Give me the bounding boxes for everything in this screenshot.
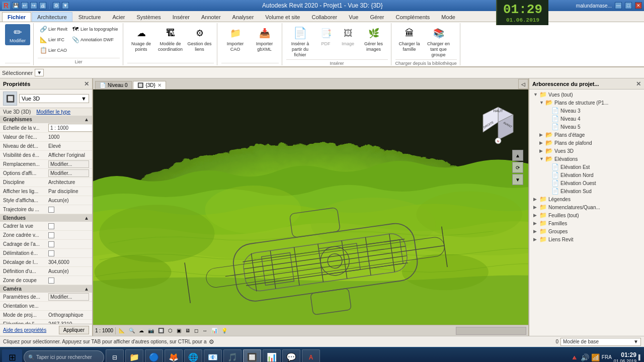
tree-vues-3d[interactable]: ▶ 📂 Vues 3D — [529, 147, 644, 155]
charger-groupe-btn[interactable]: 📚 Charger en tant que groupe — [425, 24, 453, 58]
image-btn[interactable]: 🖼 Image — [338, 24, 359, 48]
tab-inserer[interactable]: Insérer — [167, 12, 195, 22]
taskbar-revit[interactable]: 🔲 — [243, 349, 261, 363]
vs-btn-9[interactable]: ◻ — [193, 328, 199, 333]
minimize-btn[interactable]: — — [615, 2, 622, 9]
view-cube[interactable]: HAUT AVANT DROITE N — [478, 105, 518, 145]
section-graphismes[interactable]: Graphismes ▲ — [0, 116, 92, 123]
print-btn[interactable]: 🖨 — [39, 2, 46, 9]
dropdown-btn[interactable]: ▼ — [62, 2, 69, 9]
project-browser-close[interactable]: ✕ — [636, 80, 641, 87]
tab-vue[interactable]: Vue — [343, 12, 364, 22]
tree-plans-structure[interactable]: ▼ 📂 Plans de structure (P1... — [529, 99, 644, 107]
viewport-canvas[interactable]: HAUT AVANT DROITE N ▲ ⟳ ▼ — [93, 89, 528, 325]
tab-architecture[interactable]: Architecture — [32, 12, 72, 22]
taskbar-file-explorer[interactable]: 📁 — [125, 349, 143, 363]
prop-zone-cadree-checkbox[interactable] — [48, 232, 54, 238]
tree-plans-plafond[interactable]: ▶ 📂 Plans de plafond — [529, 139, 644, 147]
prop-cadrer-vue-checkbox[interactable] — [48, 223, 54, 229]
lier-revit-btn[interactable]: 🔗 Lier Revit — [38, 24, 69, 34]
prop-zone-coupe-checkbox[interactable] — [48, 278, 54, 284]
section-camera[interactable]: Caméra ▲ — [0, 285, 92, 293]
annotation-dwf-btn[interactable]: 📎 Annotation DWF — [70, 35, 120, 45]
tree-vues-tout[interactable]: ▼ 📁 Vues (tout) — [529, 90, 644, 99]
tab-gerer[interactable]: Gérer — [364, 12, 389, 22]
tree-niveau3[interactable]: 📄 Niveau 3 — [529, 107, 644, 115]
vs-btn-1[interactable]: 📐 — [118, 328, 126, 333]
nav-orbit-btn[interactable]: ⟳ — [512, 162, 523, 173]
lier-cao-btn[interactable]: 📋 Lier CAO — [38, 45, 69, 55]
tab-3d[interactable]: 🔲 {3D} ✕ — [133, 81, 166, 89]
apply-button[interactable]: Appliquer — [59, 326, 89, 334]
nuage-points-btn[interactable]: ☁ Nuage de points — [127, 24, 155, 53]
prop-cadrage-checkbox[interactable] — [48, 241, 54, 247]
tab-mode[interactable]: Mode — [436, 12, 461, 22]
tree-plans-etage[interactable]: ▶ 📂 Plans d'étage — [529, 131, 644, 139]
prop-delimitation-checkbox[interactable] — [48, 250, 54, 256]
tab-collaborer[interactable]: Collaborer — [306, 12, 343, 22]
tree-elevations[interactable]: ▼ 📂 Elévations — [529, 155, 644, 163]
tree-elevation-nord[interactable]: 📄 Elévation Nord — [529, 171, 644, 179]
inserer-fichier-btn[interactable]: 📄 Insérer à partir du fichier — [286, 24, 314, 58]
help-link[interactable]: Aide des propriétés — [3, 327, 46, 333]
model-selector[interactable]: Modèle de base ▼ — [560, 338, 641, 346]
view-name-dropdown[interactable]: Vue 3D ▼ — [19, 94, 89, 103]
search-bar[interactable]: 🔍 Taper ici pour rechercher — [24, 350, 104, 363]
tab-annoter[interactable]: Annoter — [196, 12, 226, 22]
tab-systemes[interactable]: Systèmes — [131, 12, 166, 22]
tree-familles[interactable]: ▶ 📁 Familles — [529, 219, 644, 227]
vs-btn-7[interactable]: ▣ — [176, 328, 182, 333]
tray-icon-1[interactable]: 🔺 — [570, 353, 579, 361]
importer-gbxml-btn[interactable]: 📥 Importer gbXML — [251, 24, 279, 53]
tab-niveau0[interactable]: 📄 Niveau 0 — [95, 81, 132, 89]
gerer-images-btn[interactable]: 🌿 Gérer les images — [360, 24, 388, 53]
tree-elevation-est[interactable]: 📄 Elévation Est — [529, 163, 644, 171]
project-tree[interactable]: ▼ 📁 Vues (tout) ▼ 📂 Plans de structure (… — [529, 89, 644, 336]
tab-volume[interactable]: Volume et site — [260, 12, 305, 22]
tray-network-icon[interactable]: 📶 — [591, 353, 600, 361]
vs-btn-5[interactable]: 🔲 — [157, 328, 165, 333]
tree-liens-revit[interactable]: ▶ 📁 Liens Revit — [529, 235, 644, 243]
scrollbar-horizontal[interactable] — [456, 327, 526, 335]
vs-btn-4[interactable]: 📷 — [147, 328, 155, 333]
gestion-liens-btn[interactable]: ⚙ Gestion des liens — [186, 24, 214, 53]
tab-acier[interactable]: Acier — [107, 12, 130, 22]
status-settings-icon[interactable]: ⚙ — [209, 338, 214, 345]
importer-cao-btn[interactable]: 📁 Importer CAO — [221, 24, 250, 53]
redo-btn[interactable]: ↪ — [30, 2, 37, 9]
tree-groupes[interactable]: ▶ 📁 Groupes — [529, 227, 644, 235]
start-button[interactable]: ⊞ — [2, 349, 22, 363]
nav-down-btn[interactable]: ▼ — [512, 174, 523, 185]
charger-famille-btn[interactable]: 🏛 Charger la famille — [395, 24, 424, 53]
vs-btn-10[interactable]: ↔ — [201, 328, 208, 333]
tab-structure[interactable]: Structure — [73, 12, 107, 22]
tab-complements[interactable]: Compléments — [390, 12, 436, 22]
panel-toggle[interactable]: ◁ — [518, 79, 528, 89]
modify-type-btn[interactable]: Modifier le type — [36, 109, 70, 115]
taskbar-firefox[interactable]: 🦊 — [165, 349, 183, 363]
select-dropdown[interactable]: ▼ — [35, 69, 44, 76]
tab-fichier[interactable]: Fichier — [2, 12, 31, 22]
taskbar-edge[interactable]: 🌐 — [184, 349, 202, 363]
pdf-btn[interactable]: 📑 PDF — [315, 24, 337, 48]
taskbar-mail[interactable]: 📧 — [204, 349, 222, 363]
tree-elevation-ouest[interactable]: 📄 Elévation Ouest — [529, 179, 644, 187]
show-desktop-btn[interactable]: ▌ — [638, 354, 642, 360]
prop-parametres-btn[interactable]: Modifier... — [48, 293, 89, 301]
taskbar-app1[interactable]: 🔵 — [145, 349, 163, 363]
taskbar-autocad[interactable]: A — [302, 349, 320, 363]
properties-close[interactable]: ✕ — [84, 80, 89, 87]
prop-echelle-input[interactable] — [48, 124, 92, 132]
vs-btn-11[interactable]: 📊 — [210, 328, 218, 333]
modifier-button[interactable]: ✏ Modifier — [5, 24, 30, 45]
tree-elevation-sud[interactable]: 📄 Elévation Sud — [529, 187, 644, 195]
vs-btn-12[interactable]: 💡 — [220, 328, 228, 333]
taskbar-teams[interactable]: 💬 — [282, 349, 300, 363]
system-clock[interactable]: 01:29 01.06.2019 — [614, 351, 636, 363]
undo-btn[interactable]: ↩ — [21, 2, 28, 9]
section-etendues[interactable]: Etendues ▲ — [0, 214, 92, 222]
tree-legendes[interactable]: ▶ 📁 Légendes — [529, 195, 644, 203]
nav-up-btn[interactable]: ▲ — [512, 150, 523, 161]
lier-ifc-btn[interactable]: 📐 Lier IFC — [38, 35, 69, 45]
close-btn[interactable]: ✕ — [635, 2, 642, 9]
